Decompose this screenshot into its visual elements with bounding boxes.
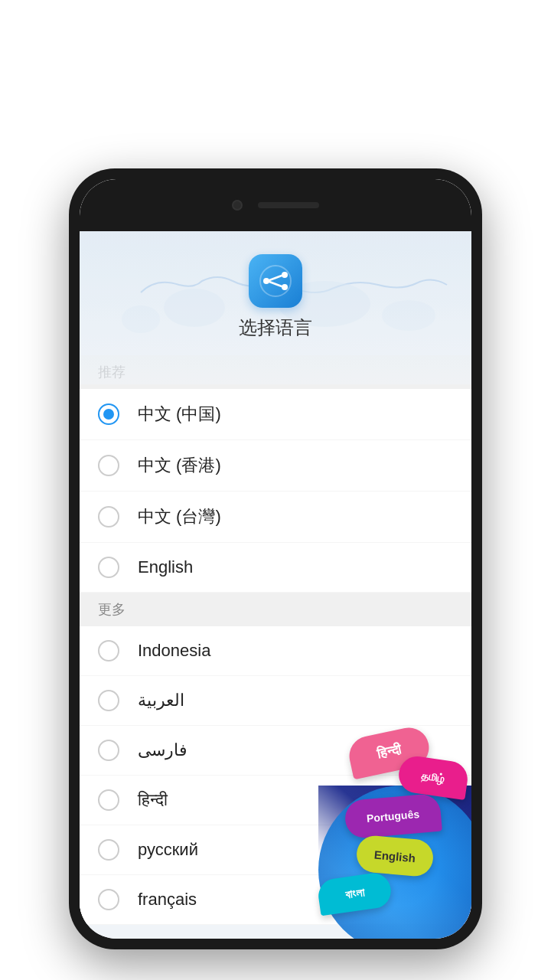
phone-topbar	[80, 179, 471, 231]
radio-french[interactable]	[98, 889, 119, 910]
radio-arabic[interactable]	[98, 690, 119, 711]
section-more: 更多	[80, 593, 471, 626]
radio-russian[interactable]	[98, 839, 119, 861]
phone-mockup: 选择语言 推荐 中文 (中国) 中文 (香港)	[69, 168, 482, 949]
lang-item-english[interactable]: English	[80, 543, 471, 593]
radio-farsi[interactable]	[98, 740, 119, 761]
lang-item-chinese-china[interactable]: 中文 (中国)	[80, 389, 471, 440]
radio-hindi[interactable]	[98, 789, 119, 811]
radio-chinese-tw[interactable]	[98, 506, 119, 528]
svg-line-9	[269, 282, 282, 286]
lang-item-russian[interactable]: русский	[80, 825, 471, 875]
radio-indonesia[interactable]	[98, 640, 119, 662]
lang-label-farsi: فارسی	[138, 740, 187, 760]
language-list: 推荐 中文 (中国) 中文 (香港) 中文 (台灣)	[80, 355, 471, 925]
app-title-label: 选择语言	[239, 315, 312, 340]
lang-item-hindi[interactable]: हिन्दी	[80, 776, 471, 825]
app-icon	[249, 254, 302, 308]
radio-chinese-china[interactable]	[98, 403, 119, 425]
svg-point-7	[282, 284, 288, 290]
speaker-bar	[258, 202, 319, 208]
radio-english[interactable]	[98, 557, 119, 578]
svg-point-5	[263, 278, 269, 284]
lang-item-french[interactable]: français	[80, 875, 471, 925]
radio-chinese-hk[interactable]	[98, 455, 119, 476]
svg-point-6	[282, 272, 288, 278]
lang-label-chinese-hk: 中文 (香港)	[138, 454, 221, 477]
camera-dot	[232, 200, 243, 211]
lang-item-farsi[interactable]: فارسی	[80, 726, 471, 776]
screen-content: 选择语言 推荐 中文 (中国) 中文 (香港)	[80, 231, 471, 939]
lang-label-chinese-china: 中文 (中国)	[138, 403, 221, 426]
lang-label-chinese-tw: 中文 (台灣)	[138, 505, 221, 528]
lang-label-russian: русский	[138, 840, 198, 860]
lang-label-french: français	[138, 890, 197, 910]
lang-label-arabic: العربية	[138, 691, 184, 710]
lang-label-indonesia: Indonesia	[138, 641, 210, 661]
lang-item-arabic[interactable]: العربية	[80, 676, 471, 726]
lang-label-english: English	[138, 557, 193, 577]
lang-item-indonesia[interactable]: Indonesia	[80, 626, 471, 676]
app-header: 选择语言	[80, 231, 471, 355]
radio-dot	[103, 409, 114, 420]
lang-label-hindi: हिन्दी	[138, 790, 168, 810]
svg-line-8	[269, 276, 282, 280]
lang-item-chinese-hk[interactable]: 中文 (香港)	[80, 440, 471, 492]
lang-item-chinese-tw[interactable]: 中文 (台灣)	[80, 492, 471, 543]
